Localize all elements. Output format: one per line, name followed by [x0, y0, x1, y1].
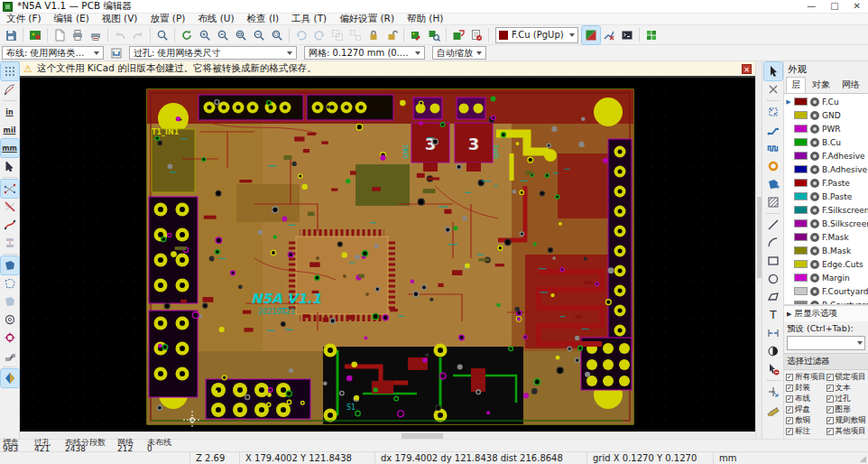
checkbox-checked-icon[interactable]: ✓ [786, 374, 793, 381]
layer-selector-dropdown[interactable]: F.Cu (PgUp) [495, 27, 578, 43]
undo-button[interactable] [111, 26, 129, 44]
layer-color-swatch[interactable] [794, 165, 808, 173]
maximize-button[interactable]: □ [830, 2, 838, 11]
minimize-button[interactable]: — [807, 2, 816, 11]
filter-图形[interactable]: ✓图形 [826, 404, 867, 414]
layer-color-swatch[interactable] [794, 192, 808, 200]
layer-color-swatch[interactable] [794, 287, 808, 295]
origin-marker-button[interactable] [764, 342, 782, 360]
track-sketch-button[interactable] [1, 347, 19, 365]
layer-row-B.Mask[interactable]: B.Mask [784, 244, 868, 257]
add-zone-button[interactable] [764, 175, 782, 193]
local-ratsnest-button[interactable] [764, 103, 782, 121]
menu-item[interactable]: 检查 (I) [241, 13, 286, 25]
visibility-eye-icon[interactable] [810, 260, 819, 269]
layer-color-swatch[interactable] [794, 97, 808, 106]
add-text-button[interactable]: T [764, 306, 782, 324]
checkbox-checked-icon[interactable]: ✓ [786, 385, 793, 392]
menu-item[interactable]: 帮助 (H) [401, 13, 449, 25]
layer-row-B.Paste[interactable]: B.Paste [784, 190, 868, 203]
checkbox-checked-icon[interactable]: ✓ [786, 428, 793, 435]
filter-焊盘[interactable]: ✓焊盘 [786, 404, 826, 414]
grid-dots-button[interactable] [1, 62, 19, 80]
checkbox-checked-icon[interactable]: ✓ [826, 385, 834, 392]
layer-color-swatch[interactable] [794, 274, 808, 282]
visibility-eye-icon[interactable] [810, 165, 819, 174]
visibility-eye-icon[interactable] [810, 287, 819, 296]
checkbox-checked-icon[interactable]: ✓ [786, 395, 793, 403]
polar-coords-button[interactable] [1, 80, 19, 98]
checkbox-checked-icon[interactable]: ✓ [826, 395, 834, 403]
draw-line-button[interactable] [764, 216, 782, 234]
layer-color-swatch[interactable] [794, 246, 808, 255]
pcb-canvas[interactable]: 3 3 QM2 QM1 [20, 78, 755, 432]
menu-item[interactable]: 布线 (U) [191, 13, 240, 25]
units-mil-button[interactable]: mil [1, 121, 19, 139]
layer-row-F.Mask[interactable]: F.Mask [784, 230, 868, 244]
ungroup-button[interactable] [346, 26, 365, 44]
zoom-in-button[interactable] [196, 26, 214, 44]
visibility-eye-icon[interactable] [810, 125, 819, 134]
layer-row-B.Adhesive[interactable]: B.Adhesive [784, 162, 868, 176]
filter-所有项目[interactable]: ✓所有项目 [786, 372, 826, 382]
lock-button[interactable] [365, 26, 383, 44]
track-via-props-button[interactable] [107, 44, 125, 62]
zoom-dropdown[interactable]: 自动缩放 [432, 46, 486, 60]
zoom-fit-button[interactable] [232, 26, 250, 44]
route-tracks-button[interactable] [764, 121, 782, 139]
zone-filled-button[interactable] [1, 256, 19, 274]
checkbox-checked-icon[interactable]: ✓ [826, 374, 834, 381]
layer-color-swatch[interactable] [794, 111, 808, 119]
draw-arc-button[interactable] [764, 234, 782, 252]
draw-polygon-button[interactable] [764, 288, 782, 306]
hide-ratsnest-button[interactable] [1, 198, 19, 216]
save-button[interactable] [2, 26, 20, 44]
visibility-eye-icon[interactable] [810, 138, 819, 147]
menu-item[interactable]: 放置 (P) [143, 13, 191, 25]
menu-item[interactable]: 工具 (T) [285, 13, 333, 25]
layer-color-swatch[interactable] [794, 125, 808, 133]
layer-row-F.Cu[interactable]: ▶F.Cu [784, 95, 868, 108]
infobar-close-button[interactable]: ✕ [742, 64, 752, 74]
visibility-eye-icon[interactable] [810, 192, 819, 201]
layer-row-PWR[interactable]: PWR [784, 122, 868, 135]
filter-敷铜[interactable]: ✓敷铜 [786, 415, 826, 425]
pad-sketch-button[interactable] [1, 311, 19, 329]
rotate-ccw-button[interactable] [292, 26, 310, 44]
filter-文本[interactable]: ✓文本 [826, 383, 867, 393]
rule-area-button[interactable] [764, 193, 782, 211]
menu-item[interactable]: 编辑 (E) [48, 13, 96, 25]
find-button[interactable] [153, 26, 171, 44]
filter-封装[interactable]: ✓封装 [786, 383, 826, 393]
curved-ratsnest-button[interactable] [1, 216, 19, 234]
place-via-button[interactable] [764, 157, 782, 175]
layer-row-F.Adhesive[interactable]: F.Adhesive [784, 149, 868, 162]
checkbox-checked-icon[interactable]: ✓ [786, 406, 793, 413]
print-button[interactable] [69, 26, 87, 44]
zone-faded-button[interactable] [1, 292, 19, 311]
rotate-cw-button[interactable] [310, 26, 328, 44]
layer-color-swatch[interactable] [794, 152, 808, 160]
draw-circle-button[interactable] [764, 270, 782, 288]
footprint-editor-button[interactable] [407, 26, 425, 44]
net-inspector-button[interactable] [600, 26, 618, 44]
filter-其他项目[interactable]: ✓其他项目 [826, 426, 867, 436]
presets-dropdown[interactable] [787, 336, 865, 350]
zoom-out-button[interactable] [214, 26, 232, 44]
zoom-objects-button[interactable] [250, 26, 268, 44]
track-width-dropdown[interactable]: 布线: 使用网络类宽度 [2, 46, 104, 60]
zone-outline-button[interactable] [1, 274, 19, 292]
units-in-button[interactable]: in [1, 103, 19, 121]
layer-color-swatch[interactable] [794, 233, 808, 241]
scripting-console-button[interactable] [618, 26, 636, 44]
checkbox-checked-icon[interactable]: ✓ [826, 428, 834, 435]
unlock-button[interactable] [383, 26, 401, 44]
zoom-selection-button[interactable] [268, 26, 286, 44]
select-button[interactable] [764, 62, 782, 80]
net-highlight-local-button[interactable] [1, 234, 19, 252]
menu-item[interactable]: 偏好设置 (R) [333, 13, 401, 25]
layer-color-swatch[interactable] [794, 179, 808, 187]
checkbox-checked-icon[interactable]: ✓ [826, 417, 834, 424]
layer-row-Edge.Cuts[interactable]: Edge.Cuts [784, 257, 868, 271]
drc-check-button[interactable] [467, 26, 485, 44]
